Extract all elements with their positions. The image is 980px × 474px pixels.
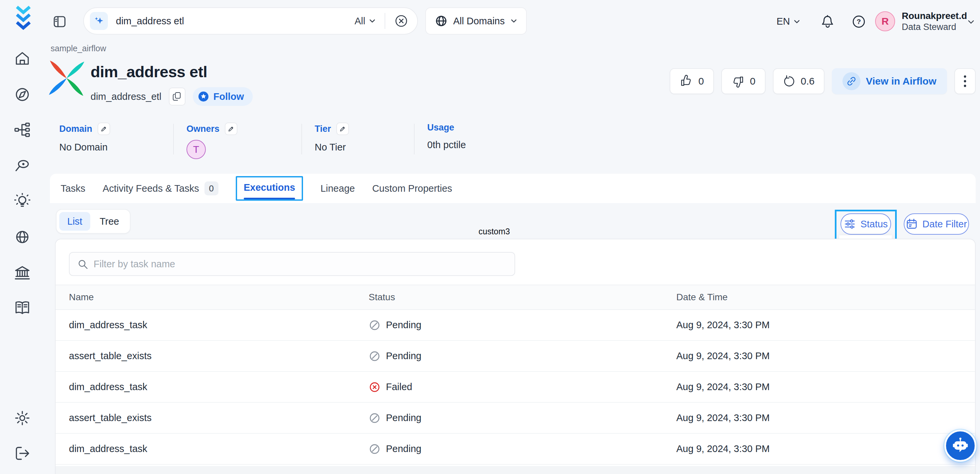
entity-tabs: Tasks Activity Feeds & Tasks 0 Execution…	[50, 174, 976, 203]
user-avatar-initial: R	[881, 16, 889, 27]
ai-sparkle-icon	[90, 12, 108, 30]
upvote-count: 0	[698, 76, 704, 87]
global-search-bar[interactable]: All	[83, 7, 418, 35]
owners-label[interactable]: Owners	[186, 124, 220, 134]
owner-avatar-initial: T	[193, 144, 199, 155]
sidebar-logout-icon[interactable]	[14, 445, 30, 461]
active-tab-underline	[244, 198, 295, 199]
usage-value: 0th pctile	[427, 140, 466, 151]
search-scope-dropdown[interactable]: All	[355, 16, 376, 27]
app-logo-icon[interactable]	[12, 5, 35, 31]
run-datetime: Aug 9, 2024, 3:30 PM	[663, 444, 975, 454]
column-header-status: Status	[355, 292, 663, 302]
sidebar-collapse-icon[interactable]	[52, 14, 67, 29]
follow-button[interactable]: Follow	[193, 87, 253, 106]
activity-count-badge: 0	[204, 181, 218, 196]
edit-tier-icon[interactable]	[336, 122, 349, 135]
sidebar-glossary-icon[interactable]	[14, 300, 30, 316]
owners-group: Owners T	[186, 122, 237, 159]
domain-label[interactable]: Domain	[59, 124, 92, 134]
notifications-bell-icon[interactable]	[820, 14, 835, 29]
breadcrumb[interactable]: sample_airflow	[51, 44, 106, 53]
divider	[414, 124, 415, 154]
user-role: Data Steward	[902, 22, 967, 33]
downvote-count: 0	[750, 76, 756, 87]
tab-tasks[interactable]: Tasks	[60, 183, 85, 194]
all-domains-button[interactable]: All Domains	[425, 7, 527, 35]
tier-value: No Tier	[315, 142, 349, 153]
pending-icon	[369, 412, 380, 424]
chatbot-button[interactable]	[944, 430, 976, 462]
task-name: dim_address_task	[56, 382, 355, 393]
help-icon[interactable]: ?	[851, 14, 867, 29]
user-avatar[interactable]: R	[875, 11, 895, 31]
list-view-toggle[interactable]: List	[59, 212, 90, 231]
partial-next-row	[56, 466, 975, 474]
date-filter-button[interactable]: Date Filter	[904, 213, 969, 235]
robot-icon	[951, 436, 970, 455]
search-input[interactable]	[116, 16, 355, 27]
search-scope-label: All	[355, 16, 365, 27]
tab-executions[interactable]: Executions	[236, 176, 303, 201]
user-menu[interactable]: Rounakpreet.d Data Steward	[902, 10, 967, 33]
sidebar-home-icon[interactable]	[14, 51, 30, 67]
table-row[interactable]: dim_address_task Failed Aug 9, 2024, 3:3…	[56, 372, 975, 403]
task-filter-input[interactable]	[94, 259, 507, 270]
usage-label[interactable]: Usage	[427, 122, 454, 133]
failed-icon	[369, 381, 380, 393]
executions-table-card: Name Status Date & Time dim_address_task…	[55, 239, 976, 474]
status-label: Failed	[386, 382, 412, 393]
table-header-row: Name Status Date & Time	[56, 285, 975, 310]
sidebar-insights-icon[interactable]	[14, 193, 30, 209]
tab-lineage-label: Lineage	[320, 183, 355, 194]
status-label: Pending	[386, 320, 421, 331]
date-filter-label: Date Filter	[923, 219, 967, 230]
status-filter-label: Status	[861, 219, 888, 230]
view-toggle: List Tree	[56, 209, 130, 234]
copy-icon[interactable]	[169, 87, 186, 105]
edit-domain-icon[interactable]	[97, 122, 110, 135]
sidebar-explore-icon[interactable]	[14, 87, 30, 103]
upvote-button[interactable]: 0	[670, 68, 714, 94]
sidebar-observability-icon[interactable]	[14, 157, 30, 173]
tab-lineage[interactable]: Lineage	[320, 183, 355, 194]
follow-star-icon	[198, 91, 209, 102]
downvote-button[interactable]: 0	[721, 68, 765, 94]
user-name: Rounakpreet.d	[902, 10, 967, 22]
search-clear-icon[interactable]	[394, 14, 409, 28]
tier-group: Tier No Tier	[315, 122, 349, 153]
owner-avatar[interactable]: T	[186, 140, 206, 159]
edit-owners-icon[interactable]	[225, 122, 237, 135]
table-row[interactable]: dim_address_task Pending Aug 9, 2024, 3:…	[56, 310, 975, 341]
language-selector[interactable]: EN	[776, 16, 800, 27]
sidebar-domains-icon[interactable]	[14, 229, 30, 245]
pending-icon	[369, 350, 380, 362]
language-label: EN	[776, 16, 790, 27]
sidebar-govern-icon[interactable]	[14, 265, 30, 281]
view-in-airflow-button[interactable]: View in Airflow	[832, 68, 947, 94]
svg-text:?: ?	[857, 17, 861, 25]
user-menu-chevron-icon[interactable]	[967, 18, 975, 26]
tree-view-toggle[interactable]: Tree	[92, 212, 127, 231]
table-row[interactable]: assert_table_exists Pending Aug 9, 2024,…	[56, 403, 975, 434]
task-name: assert_table_exists	[56, 412, 355, 423]
domain-value: No Domain	[59, 142, 110, 153]
airflow-pinwheel-icon	[49, 59, 84, 97]
task-filter-box[interactable]	[69, 252, 515, 276]
task-name: assert_table_exists	[56, 350, 355, 361]
left-sidebar	[0, 0, 44, 474]
tier-label[interactable]: Tier	[315, 124, 331, 134]
tab-custom-properties[interactable]: Custom Properties	[372, 183, 452, 194]
column-header-name: Name	[56, 292, 355, 302]
tab-activity-feeds[interactable]: Activity Feeds & Tasks 0	[103, 181, 218, 196]
sidebar-settings-icon[interactable]	[14, 410, 30, 426]
run-datetime: Aug 9, 2024, 3:30 PM	[663, 350, 975, 361]
table-row[interactable]: assert_table_exists Pending Aug 9, 2024,…	[56, 341, 975, 372]
more-options-button[interactable]	[955, 68, 976, 94]
sidebar-lineage-icon[interactable]	[14, 122, 30, 138]
table-row[interactable]: dim_address_task Pending Aug 9, 2024, 3:…	[56, 434, 975, 465]
version-button[interactable]: 0.6	[773, 68, 825, 94]
pending-icon	[369, 319, 380, 331]
custom3-label: custom3	[479, 227, 510, 236]
status-filter-button[interactable]: Status	[840, 213, 891, 235]
